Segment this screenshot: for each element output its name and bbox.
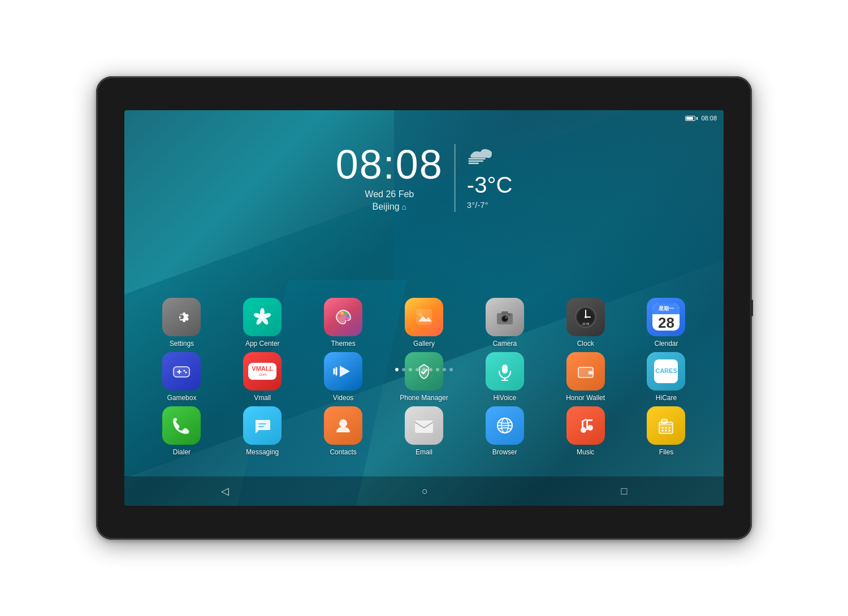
hicare-label: HiCare (656, 394, 677, 402)
location-text: Beijing (373, 202, 400, 212)
svg-rect-50 (586, 419, 592, 421)
svg-point-46 (587, 425, 593, 431)
svg-point-56 (662, 430, 664, 432)
honorwallet-label: Honor Wallet (566, 394, 605, 402)
themes-icon (324, 298, 362, 336)
app-item-calendar[interactable]: 星期一 28 Clendar (635, 298, 697, 348)
gamebox-label: Gamebox (167, 394, 196, 402)
dot-3 (409, 368, 412, 371)
screen: 08:08 08:08 Wed 26 Feb Beijing ⌂ (124, 110, 724, 506)
back-button[interactable]: ◁ (210, 480, 240, 502)
browser-label: Browser (492, 448, 517, 456)
recents-button[interactable]: □ (609, 481, 638, 502)
svg-point-54 (665, 427, 667, 429)
status-time: 08:08 (701, 115, 717, 122)
svg-point-16 (505, 317, 507, 319)
dot-9 (449, 368, 453, 371)
contacts-label: Contacts (330, 448, 356, 456)
files-icon (647, 406, 685, 445)
app-item-music[interactable]: Music (555, 406, 617, 456)
home-button[interactable]: ○ (410, 481, 439, 502)
svg-point-7 (344, 312, 347, 315)
clock-widget: 08:08 Wed 26 Feb Beijing ⌂ (336, 144, 513, 212)
svg-point-11 (419, 313, 422, 316)
app-item-files[interactable]: Files (635, 406, 697, 456)
svg-rect-13 (501, 311, 508, 315)
clock-time: 08:08 (336, 144, 443, 185)
dot-8 (443, 368, 446, 371)
app-item-hivoice[interactable]: HiVoice (474, 352, 536, 402)
hivoice-icon (486, 352, 524, 391)
gamebox-icon (162, 352, 201, 391)
app-item-contacts[interactable]: Contacts (312, 406, 374, 456)
camera-label: Camera (492, 340, 517, 348)
battery-fill (686, 117, 693, 120)
music-icon (566, 406, 605, 445)
messaging-label: Messaging (246, 448, 279, 456)
clock-location: Beijing ⌂ (336, 202, 443, 212)
vmall-label: Vmall (254, 394, 271, 402)
dialer-icon (162, 406, 201, 445)
dot-6 (429, 368, 432, 371)
clock-left: 08:08 Wed 26 Feb Beijing ⌂ (336, 144, 456, 212)
power-button[interactable] (751, 300, 753, 316)
status-right: 08:08 (685, 115, 717, 122)
clock-label: Clock (577, 340, 594, 348)
email-label: Email (416, 448, 432, 456)
app-item-themes[interactable]: Themes (312, 298, 374, 348)
app-item-gamebox[interactable]: Gamebox (150, 352, 213, 402)
page-dots (395, 368, 453, 371)
weather-widget: -3°C 3°/-7° (456, 144, 512, 210)
app-row-3: Dialer Messaging (141, 406, 707, 456)
svg-point-22 (585, 316, 587, 318)
svg-point-58 (669, 430, 670, 432)
weather-symbol (467, 144, 494, 168)
app-item-videos[interactable]: Videos (312, 352, 374, 402)
svg-point-27 (184, 370, 185, 372)
appcenter-label: App Center (245, 340, 280, 348)
svg-point-28 (185, 372, 187, 374)
videos-label: Videos (333, 394, 353, 402)
hicare-icon: CARES (647, 352, 685, 391)
weather-range: 3°/-7° (467, 200, 512, 210)
settings-icon (162, 298, 201, 336)
dot-4 (416, 368, 419, 371)
honorwallet-icon (566, 352, 605, 391)
app-item-clock[interactable]: 10:08 Clock (555, 298, 617, 348)
vmall-icon: VMALL .com (243, 352, 282, 391)
app-item-settings[interactable]: Settings (150, 298, 213, 348)
videos-icon (324, 352, 362, 391)
battery-body (685, 116, 695, 121)
gallery-icon (405, 298, 443, 336)
svg-rect-41 (415, 420, 433, 433)
app-item-appcenter[interactable]: App Center (231, 298, 293, 348)
dot-7 (436, 368, 439, 371)
svg-rect-32 (502, 365, 508, 374)
svg-point-8 (347, 315, 349, 318)
messaging-icon (243, 406, 282, 445)
svg-line-49 (582, 419, 586, 422)
email-icon (405, 406, 443, 445)
app-item-camera[interactable]: Camera (474, 298, 536, 348)
svg-point-6 (341, 312, 344, 315)
app-item-dialer[interactable]: Dialer (150, 406, 213, 456)
app-item-vmall[interactable]: VMALL .com Vmall (231, 352, 293, 402)
app-item-honorwallet[interactable]: Honor Wallet (555, 352, 617, 402)
app-item-browser[interactable]: Browser (474, 406, 536, 456)
app-item-hicare[interactable]: CARES HiCare (635, 352, 697, 402)
appcenter-icon (243, 298, 282, 336)
app-item-phonemanager[interactable]: Phone Manager (393, 352, 455, 402)
calendar-icon: 星期一 28 (647, 298, 685, 336)
battery-tip (696, 117, 698, 120)
camera-icon (486, 298, 524, 336)
svg-point-17 (508, 314, 510, 316)
app-item-gallery[interactable]: Gallery (393, 298, 455, 348)
app-item-email[interactable]: Email (393, 406, 455, 456)
svg-point-40 (339, 419, 347, 427)
svg-text:10:08: 10:08 (582, 322, 589, 326)
app-grid: Settings App Center (124, 298, 724, 461)
phonemanager-label: Phone Manager (400, 394, 448, 402)
calendar-label: Clendar (654, 340, 678, 348)
app-item-messaging[interactable]: Messaging (231, 406, 293, 456)
dialer-label: Dialer (173, 448, 191, 456)
